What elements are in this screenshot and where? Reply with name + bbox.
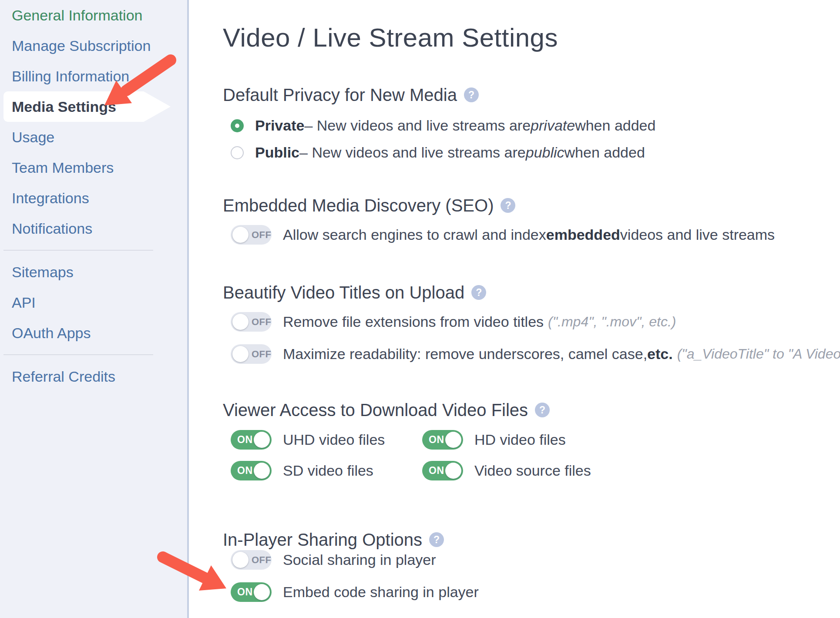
toggle-description: videos and live streams — [620, 226, 775, 243]
sidebar-item-general-information[interactable]: General Information — [0, 0, 187, 30]
sidebar-item-api[interactable]: API — [0, 287, 187, 318]
toggle-knob — [445, 432, 461, 448]
toggle-knob — [232, 227, 249, 243]
option-text: when added — [564, 144, 645, 161]
toggle-knob — [254, 432, 270, 448]
beautify-row-readability: OFF Maximize readability: remove undersc… — [223, 344, 840, 364]
sidebar-item-notifications[interactable]: Notifications — [0, 213, 187, 244]
toggle-knob — [232, 552, 249, 568]
option-emphasis: public — [526, 144, 564, 161]
toggle-state-label: OFF — [252, 312, 272, 332]
toggle-description: HD video files — [474, 431, 566, 448]
toggle-description-bold: etc. — [647, 346, 673, 363]
download-row-source: ON Video source files — [414, 461, 840, 480]
toggle-knob — [254, 463, 270, 479]
settings-sidebar: General Information Manage Subscription … — [0, 0, 187, 618]
toggle-description: Maximize readability: remove underscores… — [283, 346, 647, 363]
toggle-state-label: ON — [237, 582, 253, 602]
toggle-state-label: OFF — [252, 225, 272, 245]
section-heading-default-privacy: Default Privacy for New Media ? — [223, 84, 840, 105]
toggle-state-label: ON — [237, 430, 253, 450]
hd-files-toggle[interactable]: ON — [422, 430, 463, 450]
section-heading-text: Viewer Access to Download Video Files — [223, 400, 528, 420]
section-heading-embedded-media-discovery: Embedded Media Discovery (SEO) ? — [223, 195, 840, 216]
toggle-description-bold: embedded — [546, 226, 620, 243]
sidebar-item-referral-credits[interactable]: Referral Credits — [0, 361, 187, 392]
option-text: when added — [575, 117, 655, 134]
section-heading-in-player-sharing: In-Player Sharing Options ? — [223, 529, 840, 550]
sidebar-item-media-settings[interactable]: Media Settings — [3, 91, 144, 122]
toggle-knob — [254, 584, 270, 600]
toggle-state-label: ON — [429, 461, 444, 480]
toggle-state-label: OFF — [252, 550, 272, 570]
toggle-knob — [232, 346, 249, 362]
sidebar-item-billing-information[interactable]: Billing Information — [0, 61, 187, 91]
sharing-row-embed: ON Embed code sharing in player — [223, 582, 840, 602]
privacy-option-private: Private – New videos and live streams ar… — [223, 116, 840, 135]
option-label: Public — [255, 144, 299, 161]
section-heading-text: Beautify Video Titles on Upload — [223, 282, 464, 303]
help-icon[interactable]: ? — [501, 198, 515, 213]
help-icon[interactable]: ? — [464, 87, 479, 102]
radio-public[interactable] — [231, 146, 244, 159]
source-files-toggle[interactable]: ON — [422, 461, 463, 480]
social-sharing-toggle[interactable]: OFF — [231, 550, 272, 570]
download-toggles-grid: ON UHD video files ON HD video files ON … — [223, 430, 840, 480]
sidebar-item-manage-subscription[interactable]: Manage Subscription — [0, 30, 187, 61]
maximize-readability-toggle[interactable]: OFF — [231, 344, 272, 364]
toggle-state-label: ON — [429, 430, 444, 450]
seo-crawl-toggle[interactable]: OFF — [231, 225, 272, 245]
option-text: – New videos and live streams are — [304, 117, 531, 134]
toggle-knob — [232, 314, 249, 330]
sidebar-divider — [3, 354, 153, 355]
section-heading-text: Default Privacy for New Media — [223, 84, 457, 105]
toggle-description: SD video files — [283, 462, 373, 479]
toggle-hint: (".mp4", ".mov", etc.) — [548, 314, 676, 330]
media-settings-panel: Video / Live Stream Settings Default Pri… — [187, 0, 840, 618]
toggle-state-label: OFF — [252, 344, 272, 364]
sidebar-item-oauth-apps[interactable]: OAuth Apps — [0, 318, 187, 348]
toggle-description: Social sharing in player — [283, 551, 436, 568]
radio-private[interactable] — [231, 119, 244, 132]
privacy-option-public: Public – New videos and live streams are… — [223, 143, 840, 162]
toggle-state-label: ON — [237, 461, 253, 480]
download-row-hd: ON HD video files — [414, 430, 840, 450]
option-emphasis: private — [531, 117, 575, 134]
toggle-description: Embed code sharing in player — [283, 584, 479, 601]
seo-toggle-row: OFF Allow search engines to crawl and in… — [223, 225, 840, 245]
sharing-row-social: OFF Social sharing in player — [223, 550, 840, 570]
toggle-knob — [445, 463, 461, 479]
embed-code-sharing-toggle[interactable]: ON — [231, 582, 272, 602]
section-heading-text: Embedded Media Discovery (SEO) — [223, 195, 494, 216]
sidebar-divider — [3, 250, 153, 251]
toggle-description: Remove file extensions from video titles — [283, 313, 544, 330]
download-row-uhd: ON UHD video files — [223, 430, 414, 450]
option-label: Private — [255, 117, 304, 134]
sidebar-item-usage[interactable]: Usage — [0, 122, 187, 152]
option-text: – New videos and live streams are — [299, 144, 526, 161]
section-heading-text: In-Player Sharing Options — [223, 529, 422, 550]
toggle-description: Allow search engines to crawl and index — [283, 226, 546, 243]
sidebar-item-sitemaps[interactable]: Sitemaps — [0, 257, 187, 287]
section-heading-beautify-titles: Beautify Video Titles on Upload ? — [223, 282, 840, 303]
toggle-hint: ("a_VideoTitle" to "A Video Title") — [677, 346, 840, 362]
download-row-sd: ON SD video files — [223, 461, 414, 480]
remove-extensions-toggle[interactable]: OFF — [231, 312, 272, 332]
uhd-files-toggle[interactable]: ON — [231, 430, 272, 450]
section-heading-viewer-downloads: Viewer Access to Download Video Files ? — [223, 400, 840, 420]
help-icon[interactable]: ? — [471, 285, 486, 300]
toggle-description: Video source files — [474, 462, 591, 479]
page-title: Video / Live Stream Settings — [223, 23, 840, 53]
sidebar-item-team-members[interactable]: Team Members — [0, 152, 187, 183]
sd-files-toggle[interactable]: ON — [231, 461, 272, 480]
toggle-description: UHD video files — [283, 431, 385, 448]
sidebar-item-integrations[interactable]: Integrations — [0, 183, 187, 213]
beautify-row-extensions: OFF Remove file extensions from video ti… — [223, 312, 840, 332]
help-icon[interactable]: ? — [429, 532, 444, 547]
help-icon[interactable]: ? — [535, 403, 550, 417]
